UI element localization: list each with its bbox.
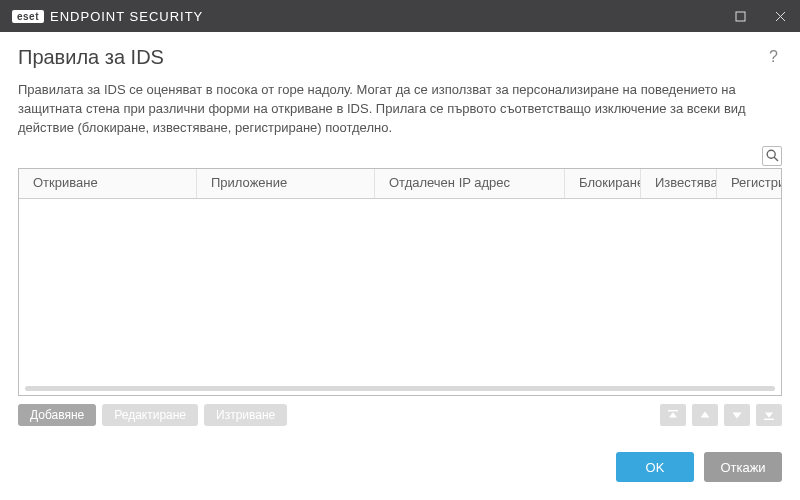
action-row: Добавяне Редактиране Изтриване [18, 404, 782, 426]
svg-rect-10 [764, 419, 774, 420]
table-body[interactable] [19, 199, 781, 395]
brand-badge: eset [12, 10, 44, 23]
svg-marker-8 [733, 413, 742, 419]
table-header: Откриване Приложение Отдалечен IP адрес … [19, 169, 781, 199]
svg-marker-7 [701, 412, 710, 418]
svg-point-3 [767, 150, 775, 158]
search-button[interactable] [762, 146, 782, 166]
dialog-footer: OK Откажи [0, 436, 800, 500]
col-remote-ip[interactable]: Отдалечен IP адрес [375, 169, 565, 198]
svg-marker-9 [765, 412, 773, 417]
search-row [18, 146, 782, 166]
content-area: Правила за IDS ? Правилата за IDS се оце… [0, 32, 800, 436]
titlebar: eset ENDPOINT SECURITY [0, 0, 800, 32]
col-notify[interactable]: Известяване [641, 169, 717, 198]
col-log[interactable]: Регистриране [717, 169, 781, 198]
page-description: Правилата за IDS се оценяват в посока от… [18, 81, 782, 138]
maximize-button[interactable] [720, 0, 760, 32]
col-block[interactable]: Блокиране [565, 169, 641, 198]
move-bottom-button[interactable] [756, 404, 782, 426]
edit-button[interactable]: Редактиране [102, 404, 198, 426]
rules-table: Откриване Приложение Отдалечен IP адрес … [18, 168, 782, 396]
chevron-top-icon [667, 409, 679, 421]
close-icon [775, 11, 786, 22]
page-title: Правила за IDS [18, 46, 765, 69]
svg-rect-0 [736, 12, 745, 21]
horizontal-scrollbar[interactable] [25, 386, 775, 391]
chevron-bottom-icon [763, 409, 775, 421]
col-application[interactable]: Приложение [197, 169, 375, 198]
heading-row: Правила за IDS ? [18, 46, 782, 69]
move-down-button[interactable] [724, 404, 750, 426]
svg-marker-6 [669, 412, 677, 417]
move-top-button[interactable] [660, 404, 686, 426]
svg-line-4 [774, 157, 778, 161]
move-up-button[interactable] [692, 404, 718, 426]
search-icon [766, 149, 779, 162]
brand-text: ENDPOINT SECURITY [50, 9, 203, 24]
ok-button[interactable]: OK [616, 452, 694, 482]
cancel-button[interactable]: Откажи [704, 452, 782, 482]
chevron-up-icon [699, 409, 711, 421]
chevron-down-icon [731, 409, 743, 421]
maximize-icon [735, 11, 746, 22]
close-button[interactable] [760, 0, 800, 32]
svg-rect-5 [668, 410, 678, 411]
col-detection[interactable]: Откриване [19, 169, 197, 198]
add-button[interactable]: Добавяне [18, 404, 96, 426]
delete-button[interactable]: Изтриване [204, 404, 287, 426]
help-icon[interactable]: ? [765, 46, 782, 68]
